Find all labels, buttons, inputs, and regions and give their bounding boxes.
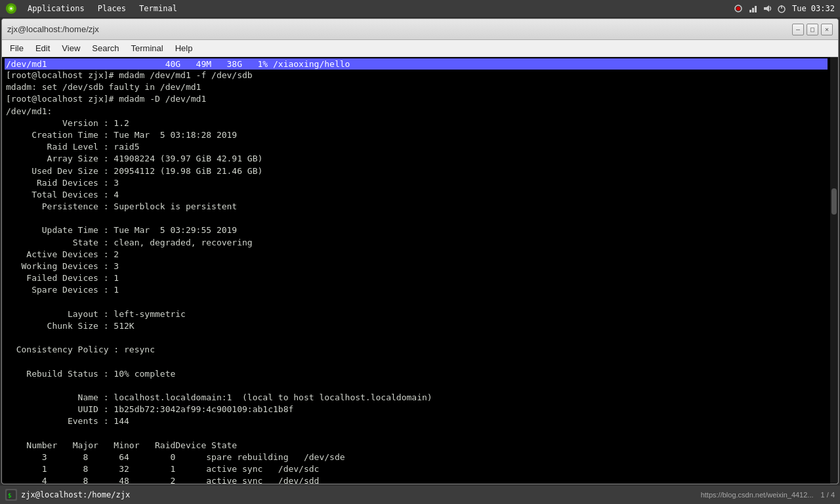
terminal-line xyxy=(5,213,828,224)
system-time: Tue 03:32 xyxy=(792,4,835,13)
terminal-line: 4 8 48 2 active sync /dev/sdd xyxy=(5,475,828,484)
terminal-line: Failed Devices : 1 xyxy=(5,272,828,284)
terminal-menu[interactable]: Terminal xyxy=(134,3,182,14)
close-button[interactable]: ✕ xyxy=(821,24,833,35)
terminal-window: zjx@localhost:/home/zjx – □ ✕ File Edit … xyxy=(1,18,839,484)
places-menu[interactable]: Places xyxy=(93,3,131,14)
menu-search[interactable]: Search xyxy=(87,42,124,54)
svg-text:$: $ xyxy=(8,492,11,499)
svg-point-2 xyxy=(10,7,12,10)
terminal-line: Raid Devices : 3 xyxy=(5,177,828,189)
svg-rect-7 xyxy=(755,6,757,12)
svg-point-4 xyxy=(736,7,740,10)
maximize-button[interactable]: □ xyxy=(807,24,818,35)
terminal-line: Layout : left-symmetric xyxy=(5,308,828,320)
terminal-line: Number Major Minor RaidDevice State xyxy=(5,440,828,452)
taskbar-terminal-icon[interactable]: $ xyxy=(5,489,17,501)
highlighted-df-line: /dev/md1 40G 49M 38G 1% /xiaoxing/hello xyxy=(5,58,828,70)
applications-menu[interactable]: Applications xyxy=(22,3,90,14)
svg-rect-6 xyxy=(752,8,754,12)
terminal-line: UUID : 1b25db72:3042af99:4c900109:ab1c1b… xyxy=(5,404,828,415)
menu-bar: File Edit View Search Terminal Help xyxy=(2,40,838,57)
terminal-line: Creation Time : Tue Mar 5 03:18:28 2019 xyxy=(5,129,828,141)
menu-help[interactable]: Help xyxy=(170,42,198,54)
menu-view[interactable]: View xyxy=(56,42,85,54)
status-bar: $ zjx@localhost:/home/zjx https://blog.c… xyxy=(0,486,840,504)
status-icons xyxy=(733,3,787,14)
scrollbar-thumb[interactable] xyxy=(831,188,837,215)
terminal-area: /dev/md1 40G 49M 38G 1% /xiaoxing/hello … xyxy=(2,57,838,484)
title-bar: zjx@localhost:/home/zjx – □ ✕ xyxy=(2,19,838,40)
terminal-line: Used Dev Size : 20954112 (19.98 GiB 21.4… xyxy=(5,165,828,177)
window-title: zjx@localhost:/home/zjx xyxy=(7,24,99,34)
svg-marker-8 xyxy=(764,5,769,12)
terminal-line xyxy=(5,356,828,368)
terminal-line: [root@localhost zjx]# mdadm /dev/md1 -f … xyxy=(5,70,828,81)
page-info: 1 / 4 xyxy=(821,491,835,499)
blog-link: https://blog.csdn.net/weixin_4412... xyxy=(701,491,814,499)
terminal-line: Rebuild Status : 10% complete xyxy=(5,368,828,380)
terminal-line: Array Size : 41908224 (39.97 GiB 42.91 G… xyxy=(5,153,828,165)
terminal-line: State : clean, degraded, recovering xyxy=(5,237,828,249)
system-bar-left: Applications Places Terminal xyxy=(5,3,182,14)
gnome-logo-icon xyxy=(5,3,17,14)
terminal-line xyxy=(5,428,828,440)
terminal-line: 3 8 64 0 spare rebuilding /dev/sde xyxy=(5,452,828,463)
terminal-line: 1 8 32 1 active sync /dev/sdc xyxy=(5,463,828,475)
terminal-content[interactable]: /dev/md1 40G 49M 38G 1% /xiaoxing/hello … xyxy=(2,57,830,484)
record-icon xyxy=(733,3,744,14)
menu-terminal[interactable]: Terminal xyxy=(126,42,169,54)
status-bar-right: https://blog.csdn.net/weixin_4412... 1 /… xyxy=(701,491,835,499)
power-icon[interactable] xyxy=(776,3,787,14)
terminal-line: Chunk Size : 512K xyxy=(5,320,828,332)
terminal-line xyxy=(5,297,828,308)
system-bar-right: Tue 03:32 xyxy=(733,3,835,14)
terminal-line: [root@localhost zjx]# mdadm -D /dev/md1 xyxy=(5,93,828,105)
terminal-line xyxy=(5,332,828,344)
volume-icon xyxy=(762,3,772,14)
network-icon xyxy=(747,3,758,14)
terminal-line: Spare Devices : 1 xyxy=(5,284,828,296)
terminal-line xyxy=(5,380,828,392)
terminal-line: /dev/md1: xyxy=(5,106,828,117)
terminal-line: Version : 1.2 xyxy=(5,117,828,129)
menu-file[interactable]: File xyxy=(5,42,29,54)
window-controls: – □ ✕ xyxy=(792,24,833,35)
taskbar-terminal-label[interactable]: zjx@localhost:/home/zjx xyxy=(21,490,130,499)
svg-rect-5 xyxy=(749,10,751,12)
menu-edit[interactable]: Edit xyxy=(30,42,55,54)
terminal-line: Raid Level : raid5 xyxy=(5,141,828,153)
terminal-line: Update Time : Tue Mar 5 03:29:55 2019 xyxy=(5,224,828,236)
terminal-line: Name : localhost.localdomain:1 (local to… xyxy=(5,392,828,404)
terminal-line: mdadm: set /dev/sdb faulty in /dev/md1 xyxy=(5,81,828,93)
terminal-line: Events : 144 xyxy=(5,415,828,427)
terminal-line: Total Devices : 4 xyxy=(5,189,828,201)
minimize-button[interactable]: – xyxy=(792,24,804,35)
terminal-line: Working Devices : 3 xyxy=(5,261,828,272)
terminal-line: Persistence : Superblock is persistent xyxy=(5,201,828,213)
terminal-line: Consistency Policy : resync xyxy=(5,344,828,356)
terminal-line: Active Devices : 2 xyxy=(5,249,828,261)
status-bar-left: $ zjx@localhost:/home/zjx xyxy=(5,489,130,501)
scrollbar[interactable] xyxy=(830,57,838,484)
system-bar: Applications Places Terminal xyxy=(0,0,840,17)
